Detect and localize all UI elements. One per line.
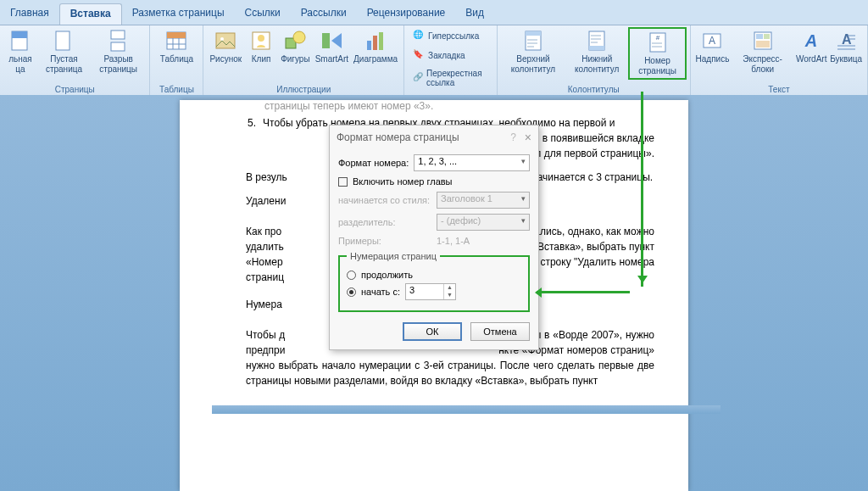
smartart-icon bbox=[320, 29, 343, 53]
quickparts-button[interactable]: Экспресс-блоки bbox=[731, 27, 794, 76]
ok-button[interactable]: ОК bbox=[403, 322, 462, 341]
page-break-icon bbox=[107, 29, 131, 53]
chapter-style-select: Заголовок 1 bbox=[437, 192, 530, 209]
doc-text: страницы теперь имеют номер «3». bbox=[264, 100, 654, 112]
tab-references[interactable]: Ссылки bbox=[235, 3, 291, 25]
shapes-icon bbox=[283, 29, 307, 53]
cover-page-icon bbox=[8, 29, 32, 53]
chart-icon bbox=[364, 29, 387, 53]
page-number-format-dialog: Формат номера страницы ? × Формат номера… bbox=[329, 125, 539, 350]
chapter-style-label: начинается со стиля: bbox=[338, 195, 431, 205]
svg-rect-18 bbox=[526, 31, 541, 36]
tab-home[interactable]: Главная bbox=[0, 3, 59, 25]
cancel-button[interactable]: Отмена bbox=[470, 322, 530, 341]
smartart-button[interactable]: SmartArt bbox=[313, 27, 351, 66]
number-format-label: Формат номера: bbox=[338, 158, 409, 168]
examples-label: Примеры: bbox=[338, 236, 431, 246]
examples-value: 1-1, 1-A bbox=[437, 236, 470, 246]
footer-icon bbox=[585, 29, 609, 53]
wordart-icon: A bbox=[799, 29, 823, 53]
radio-start-at[interactable]: начать с: 3 ▲▼ bbox=[347, 283, 521, 300]
svg-rect-27 bbox=[764, 34, 770, 39]
clip-icon bbox=[249, 29, 273, 53]
crossref-button[interactable]: 🔗Перекрестная ссылка bbox=[411, 68, 490, 88]
blank-page-button[interactable]: Пустая страница bbox=[37, 27, 91, 76]
dialog-help[interactable]: ? bbox=[510, 131, 516, 143]
number-format-select[interactable]: 1, 2, 3, ... bbox=[414, 154, 530, 171]
shapes-button[interactable]: Фигуры bbox=[278, 27, 312, 66]
ribbon: льная ца Пустая страница Разрыв страницы… bbox=[0, 25, 868, 98]
separator-select: - (дефис) bbox=[437, 214, 530, 231]
svg-text:A: A bbox=[804, 31, 817, 50]
group-headfoot: Верхний колонтитул Нижний колонтитул # Н… bbox=[498, 25, 691, 97]
globe-icon: 🌐 bbox=[413, 30, 425, 42]
group-links: 🌐Гиперссылка 🔖Закладка 🔗Перекрестная ссы… bbox=[404, 25, 498, 97]
table-icon bbox=[164, 29, 188, 53]
spin-up[interactable]: ▲ bbox=[444, 284, 455, 292]
textbox-icon: A bbox=[700, 29, 724, 53]
dropcap-button[interactable]: A Буквица bbox=[828, 27, 864, 66]
crossref-icon: 🔗 bbox=[413, 72, 423, 84]
svg-rect-14 bbox=[367, 41, 371, 50]
header-button[interactable]: Верхний колонтитул bbox=[501, 27, 566, 76]
table-button[interactable]: Таблица bbox=[153, 27, 199, 66]
footer-button[interactable]: Нижний колонтитул bbox=[565, 27, 628, 76]
svg-text:#: # bbox=[655, 34, 659, 42]
include-chapter-label: Включить номер главы bbox=[353, 176, 453, 187]
svg-rect-28 bbox=[756, 41, 770, 47]
tab-mailings[interactable]: Рассылки bbox=[291, 3, 357, 25]
bookmark-button[interactable]: 🔖Закладка bbox=[411, 48, 490, 62]
group-tables: Таблица Таблицы bbox=[150, 25, 203, 97]
svg-rect-2 bbox=[56, 31, 70, 50]
annotation-arrow bbox=[537, 291, 630, 293]
svg-point-10 bbox=[258, 35, 264, 42]
dialog-title: Формат номера страницы bbox=[337, 131, 459, 143]
cover-page-button[interactable]: льная ца bbox=[3, 27, 37, 76]
header-icon bbox=[521, 29, 545, 53]
svg-rect-20 bbox=[589, 46, 604, 50]
svg-rect-16 bbox=[379, 32, 383, 50]
svg-rect-26 bbox=[756, 34, 763, 39]
group-text: A Надпись Экспресс-блоки A WordArt A Бук… bbox=[691, 25, 868, 97]
separator-label: разделитель: bbox=[338, 217, 431, 227]
spin-down[interactable]: ▼ bbox=[444, 292, 455, 299]
group-illustrations: Рисунок Клип Фигуры SmartArt Диаграмма И… bbox=[203, 25, 404, 97]
page-break-button[interactable]: Разрыв страницы bbox=[91, 27, 147, 76]
include-chapter-checkbox[interactable] bbox=[338, 177, 348, 187]
clip-button[interactable]: Клип bbox=[244, 27, 278, 66]
tab-pagelayout[interactable]: Разметка страницы bbox=[122, 3, 235, 25]
svg-rect-6 bbox=[167, 32, 186, 38]
wordart-button[interactable]: A WordArt bbox=[794, 27, 828, 66]
picture-icon bbox=[214, 29, 237, 53]
page-number-icon: # bbox=[646, 31, 670, 54]
bookmark-icon: 🔖 bbox=[413, 49, 425, 61]
tab-view[interactable]: Вид bbox=[455, 3, 494, 25]
svg-rect-1 bbox=[12, 31, 27, 38]
svg-rect-13 bbox=[322, 33, 330, 48]
textbox-button[interactable]: A Надпись bbox=[694, 27, 731, 66]
svg-text:A: A bbox=[709, 35, 715, 47]
chart-button[interactable]: Диаграмма bbox=[351, 27, 400, 66]
radio-continue[interactable]: продолжить bbox=[347, 270, 521, 280]
group-pages: льная ца Пустая страница Разрыв страницы… bbox=[0, 25, 150, 97]
blank-page-icon bbox=[52, 29, 75, 53]
ribbon-tabs: Главная Вставка Разметка страницы Ссылки… bbox=[0, 0, 868, 25]
annotation-arrow bbox=[641, 92, 643, 287]
svg-rect-7 bbox=[216, 33, 235, 48]
tab-insert[interactable]: Вставка bbox=[59, 3, 122, 25]
svg-point-12 bbox=[293, 31, 305, 43]
hyperlink-button[interactable]: 🌐Гиперссылка bbox=[411, 29, 490, 42]
spin-start-at[interactable]: 3 ▲▼ bbox=[405, 283, 456, 300]
svg-rect-4 bbox=[111, 42, 125, 51]
dropcap-icon: A bbox=[834, 29, 858, 53]
page-numbering-group: Нумерация страниц продолжить начать с: 3… bbox=[338, 251, 530, 312]
svg-rect-3 bbox=[111, 31, 125, 39]
picture-button[interactable]: Рисунок bbox=[207, 27, 244, 66]
page-number-button[interactable]: # Номер страницы bbox=[628, 27, 686, 80]
dialog-close[interactable]: × bbox=[525, 131, 531, 144]
tab-review[interactable]: Рецензирование bbox=[357, 3, 456, 25]
svg-rect-15 bbox=[373, 36, 377, 50]
quickparts-icon bbox=[751, 29, 775, 53]
